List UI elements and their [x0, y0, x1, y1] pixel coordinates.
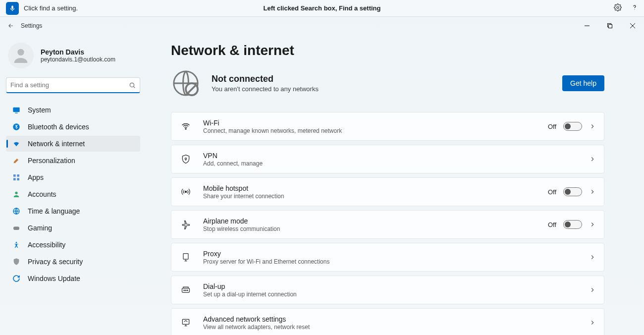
- titlebar: Settings: [0, 17, 644, 35]
- card-advanced[interactable]: Advanced network settings View all netwo…: [171, 308, 604, 335]
- mic-icon: [9, 5, 16, 12]
- svg-point-26: [187, 290, 188, 291]
- svg-point-6: [130, 83, 134, 87]
- chevron-right-icon: [589, 286, 596, 293]
- sidebar-item-label: Gaming: [28, 224, 52, 232]
- close-button[interactable]: [621, 17, 644, 35]
- svg-point-19: [185, 128, 186, 129]
- back-button[interactable]: [6, 21, 16, 31]
- card-title: Advanced network settings: [203, 315, 589, 323]
- accounts-icon: [12, 190, 21, 199]
- arrow-left-icon: [7, 22, 14, 29]
- card-airplane[interactable]: Airplane mode Stop wireless communicatio…: [171, 210, 604, 239]
- account-block[interactable]: Peyton Davis peytondavis.1@outlook.com: [6, 39, 140, 77]
- chevron-right-icon: [589, 254, 596, 261]
- chevron-right-icon: [589, 123, 596, 130]
- svg-point-25: [185, 290, 186, 291]
- svg-point-13: [15, 192, 17, 194]
- person-icon: [11, 46, 31, 65]
- sidebar-item-label: System: [28, 106, 51, 114]
- minimize-icon: [585, 23, 590, 28]
- sidebar-item-label: Network & internet: [28, 140, 85, 148]
- sidebar-item-system[interactable]: System: [6, 102, 140, 118]
- sidebar-item-network[interactable]: Network & internet: [6, 136, 140, 152]
- proxy-icon: [179, 252, 192, 262]
- svg-point-16: [16, 242, 17, 243]
- settings-gear-icon[interactable]: [613, 3, 622, 12]
- chevron-right-icon: [589, 156, 596, 163]
- card-wifi[interactable]: Wi-Fi Connect, manage known networks, me…: [171, 112, 604, 141]
- chevron-right-icon: [589, 188, 596, 195]
- sidebar-item-label: Time & language: [28, 207, 80, 215]
- card-title: Mobile hotspot: [203, 184, 548, 192]
- maximize-button[interactable]: [598, 17, 621, 35]
- card-title: Airplane mode: [203, 217, 548, 225]
- globe-icon: [12, 207, 21, 216]
- status-subtitle: You aren't connected to any networks: [212, 85, 319, 93]
- sidebar-item-personalization[interactable]: Personalization: [6, 153, 140, 168]
- chevron-right-icon: [589, 319, 596, 326]
- disconnected-globe-icon: [171, 68, 201, 98]
- svg-point-21: [185, 191, 186, 192]
- svg-rect-10: [17, 174, 19, 177]
- wifi-signal-icon: [179, 121, 192, 131]
- advanced-network-icon: [179, 318, 192, 328]
- sidebar-item-label: Accounts: [28, 190, 56, 198]
- card-title: Wi-Fi: [203, 119, 548, 127]
- card-subtitle: Proxy server for Wi-Fi and Ethernet conn…: [203, 258, 589, 265]
- vpn-shield-icon: [179, 154, 192, 164]
- search-box[interactable]: [6, 77, 140, 93]
- gaming-icon: [12, 223, 21, 232]
- wifi-toggle[interactable]: [563, 122, 582, 131]
- apps-icon: [12, 173, 21, 182]
- chevron-right-icon: [589, 221, 596, 228]
- svg-rect-15: [13, 226, 19, 230]
- svg-rect-27: [182, 319, 189, 324]
- card-subtitle: Share your internet connection: [203, 193, 548, 200]
- maximize-icon: [607, 23, 612, 28]
- brush-icon: [12, 156, 21, 165]
- status-title: Not connected: [212, 74, 319, 84]
- account-name: Peyton Davis: [41, 48, 115, 56]
- sidebar-item-apps[interactable]: Apps: [6, 169, 140, 185]
- svg-rect-12: [17, 178, 19, 180]
- svg-point-20: [185, 158, 186, 160]
- avatar: [8, 43, 34, 68]
- svg-rect-11: [13, 178, 16, 180]
- card-proxy[interactable]: Proxy Proxy server for Wi-Fi and Etherne…: [171, 243, 604, 272]
- sidebar-item-time[interactable]: Time & language: [6, 203, 140, 219]
- connection-status: Not connected You aren't connected to an…: [171, 68, 604, 98]
- airplane-toggle[interactable]: [563, 220, 582, 229]
- search-icon: [129, 82, 136, 89]
- card-subtitle: View all network adapters, network reset: [203, 324, 589, 331]
- search-input[interactable]: [10, 81, 129, 89]
- card-vpn[interactable]: VPN Add, connect, manage: [171, 145, 604, 173]
- svg-rect-7: [13, 108, 19, 112]
- hotspot-toggle[interactable]: [563, 187, 582, 196]
- sidebar-item-privacy[interactable]: Privacy & security: [6, 254, 140, 270]
- sidebar-item-gaming[interactable]: Gaming: [6, 220, 140, 236]
- toggle-label: Off: [548, 221, 556, 228]
- shield-icon: [12, 257, 21, 266]
- card-dialup[interactable]: Dial-up Set up a dial-up internet connec…: [171, 276, 604, 304]
- card-hotspot[interactable]: Mobile hotspot Share your internet conne…: [171, 177, 604, 206]
- sidebar-item-accounts[interactable]: Accounts: [6, 186, 140, 202]
- card-title: Proxy: [203, 250, 589, 258]
- sidebar-item-bluetooth[interactable]: Bluetooth & devices: [6, 119, 140, 135]
- mic-button[interactable]: [6, 2, 19, 15]
- svg-rect-4: [609, 25, 612, 28]
- svg-point-2: [634, 9, 635, 9]
- dialup-icon: [179, 285, 192, 295]
- voice-hint: Click find a setting.: [24, 4, 78, 12]
- page-title: Network & internet: [171, 43, 604, 58]
- minimize-button[interactable]: [576, 17, 598, 35]
- card-title: Dial-up: [203, 282, 589, 290]
- help-icon[interactable]: [630, 3, 639, 12]
- sidebar-item-update[interactable]: Windows Update: [6, 271, 140, 286]
- monitor-icon: [12, 106, 21, 114]
- sidebar-item-label: Accessibility: [28, 241, 65, 249]
- get-help-button[interactable]: Get help: [562, 75, 604, 91]
- wifi-icon: [12, 139, 21, 148]
- sidebar-item-accessibility[interactable]: Accessibility: [6, 237, 140, 253]
- card-subtitle: Stop wireless communication: [203, 225, 548, 232]
